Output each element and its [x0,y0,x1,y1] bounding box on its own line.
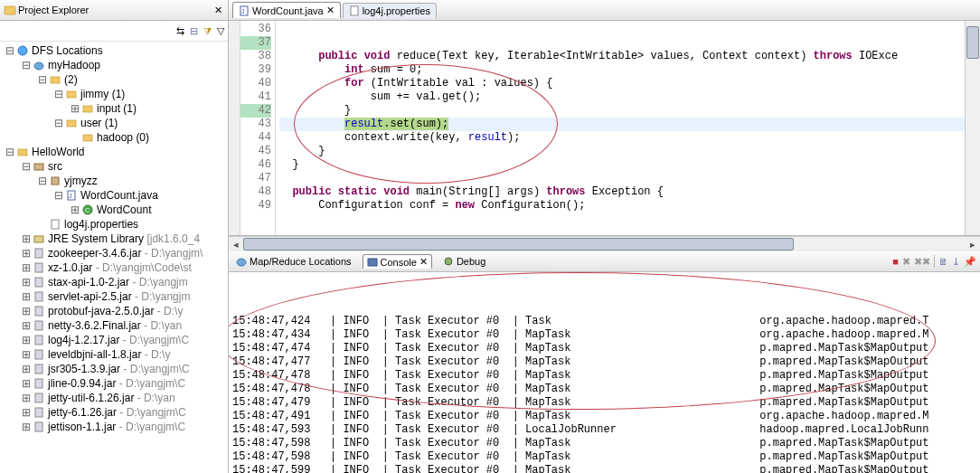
tree-jar[interactable]: ⊞leveldbjni-all-1.8.jar - D:\y [0,347,228,362]
close-icon[interactable]: ✕ [419,256,428,268]
tree-jar[interactable]: ⊞jetty-util-6.1.26.jar - D:\yan [0,391,228,405]
tree-jar[interactable]: ⊞stax-api-1.0-2.jar - D:\yangjm [0,275,228,289]
tree-helloworld[interactable]: ⊟HelloWorld [0,145,228,159]
console-line: 15:48:47,478 | INFO | Task Executor #0 |… [232,369,976,383]
tree-jar[interactable]: ⊞jetty-6.1.26.jar - D:\yangjm\C [0,405,228,420]
tree-jar[interactable]: ⊞log4j-1.2.17.jar - D:\yangjm\C [0,333,228,347]
tree-jar[interactable]: ⊞jline-0.9.94.jar - D:\yangjm\C [0,376,228,391]
folder-icon [65,88,78,100]
svg-rect-32 [351,6,358,15]
remove-all-icon[interactable]: ✖✖ [914,256,930,268]
tree-jar[interactable]: ⊞protobuf-java-2.5.0.jar - D:\y [0,304,228,318]
editor-container: JWordCount.java✕ log4j.properties 36 37 … [229,0,980,473]
collapse-all-icon[interactable]: ⊟ [190,25,198,37]
clear-icon[interactable]: 🗎 [938,256,948,267]
svg-rect-27 [35,393,42,402]
tab-debug[interactable]: Debug [439,255,489,268]
console-line: 15:48:47,598 | INFO | Task Executor #0 |… [232,450,976,464]
tab-log4j[interactable]: log4j.properties [343,3,437,18]
tree-jimmy[interactable]: ⊟jimmy (1) [0,87,228,101]
console-line: 15:48:47,478 | INFO | Task Executor #0 |… [232,383,976,396]
jar-icon [33,406,45,419]
tree-node-2[interactable]: ⊟(2) [0,72,228,87]
filter-icon[interactable]: ⧩ [203,25,212,37]
svg-rect-15 [52,220,59,229]
terminate-icon[interactable]: ■ [892,256,899,267]
jar-icon [33,305,45,317]
tab-console[interactable]: Console✕ [363,254,432,269]
console-line: 15:48:47,598 | INFO | Task Executor #0 |… [232,437,976,450]
tree-myhadoop[interactable]: ⊟myHadoop [0,58,228,72]
jar-icon [33,261,45,274]
console-toolbar: ■ ✖ ✖✖ 🗎 ⤓ 📌 [892,255,976,268]
tree-jar[interactable]: ⊞zookeeper-3.4.6.jar - D:\yangjm\ [0,246,228,260]
java-file-icon: J [239,5,250,16]
library-icon [33,232,45,245]
tab-wordcount[interactable]: JWordCount.java✕ [232,2,341,18]
svg-text:J: J [241,8,245,14]
bug-icon [443,256,454,267]
tree-jre[interactable]: ⊞JRE System Library [jdk1.6.0_4 [0,232,228,246]
pin-icon[interactable]: 📌 [964,256,976,268]
tree-src[interactable]: ⊟src [0,159,228,174]
svg-rect-9 [34,164,43,170]
tree-dfs-locations[interactable]: ⊟DFS Locations [0,43,228,58]
editor-tabstrip: JWordCount.java✕ log4j.properties [229,0,980,21]
console-line: 15:48:47,599 | INFO | Task Executor #0 |… [232,464,976,473]
svg-rect-8 [18,149,27,156]
svg-rect-16 [34,236,43,242]
tree-jar[interactable]: ⊞netty-3.6.2.Final.jar - D:\yan [0,318,228,333]
tree-jar[interactable]: ⊞jsr305-1.3.9.jar - D:\yangjm\C [0,362,228,376]
tab-mapreduce[interactable]: Map/Reduce Locations [232,255,355,268]
mapreduce-icon [236,256,247,267]
svg-rect-7 [83,135,92,141]
elephant-icon [33,59,45,71]
tree-jar[interactable]: ⊞xz-1.0.jar - D:\yangjm\Code\st [0,260,228,275]
explorer-toolbar: ⇆ ⊟ ⧩ ▽ [0,21,228,42]
jar-icon [33,319,45,332]
tree-wordcount-class[interactable]: ⊞CWordCount [0,203,228,217]
project-tree[interactable]: ⊟DFS Locations ⊟myHadoop ⊟(2) ⊟jimmy (1)… [0,42,228,473]
close-tab-icon[interactable]: ✕ [212,4,224,16]
svg-rect-22 [35,321,42,330]
svg-text:J: J [69,193,72,199]
view-menu-icon[interactable]: ▽ [217,25,224,37]
code-line: Configuration conf = new Configuration()… [279,199,585,212]
vertical-scrollbar[interactable] [965,21,980,235]
horizontal-scrollbar[interactable]: ◂▸ [229,236,980,251]
tree-wordcount-java[interactable]: ⊟JWordCount.java [0,188,228,203]
svg-point-33 [237,259,246,266]
annotation-ruler[interactable] [229,21,240,235]
tree-hadoop[interactable]: hadoop (0) [0,130,228,145]
tree-jar[interactable]: ⊞jettison-1.1.jar - D:\yangjm\C [0,420,228,434]
code-line: context.write(key, result); [279,131,520,144]
line-gutter[interactable]: 36 37 38 39 40 41 42 43 44 45 46 47 48 4… [240,21,276,235]
code-line: sum += val.get(); [279,90,481,103]
link-editor-icon[interactable]: ⇆ [176,25,184,37]
scroll-lock-icon[interactable]: ⤓ [952,256,960,268]
scroll-left-icon[interactable]: ◂ [229,238,243,251]
console-output[interactable]: 15:48:47,424 | INFO | Task Executor #0 |… [229,272,980,473]
close-icon[interactable]: ✕ [326,5,335,16]
svg-rect-25 [35,364,42,374]
code-line: } [279,104,351,117]
console-line: 15:48:47,424 | INFO | Task Executor #0 |… [232,315,976,328]
tree-package-yjmyzz[interactable]: ⊟yjmyzz [0,174,228,188]
scroll-right-icon[interactable]: ▸ [966,238,980,251]
svg-point-1 [18,46,27,55]
tree-log4j[interactable]: log4j.properties [0,217,228,232]
svg-rect-4 [67,91,76,98]
svg-rect-24 [35,350,42,359]
tree-jar[interactable]: ⊞servlet-api-2.5.jar - D:\yangjm [0,289,228,304]
folder-icon [81,131,94,144]
svg-rect-5 [83,106,92,112]
tree-input[interactable]: ⊞input (1) [0,101,228,116]
jar-icon [33,276,45,289]
jar-icon [33,247,45,260]
folder-icon [65,117,78,129]
tree-user[interactable]: ⊟user (1) [0,116,228,130]
console-line: 15:48:47,474 | INFO | Task Executor #0 |… [232,342,976,355]
jar-icon [33,348,45,361]
code-editor[interactable]: public void reduce(Text key, Iterable<In… [276,21,965,235]
remove-icon[interactable]: ✖ [902,256,910,268]
